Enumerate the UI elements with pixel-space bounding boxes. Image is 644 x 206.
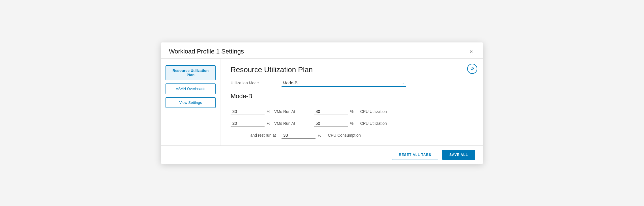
vms-percent-input-1[interactable]: [231, 108, 265, 115]
sidebar-item-vsan-overheads[interactable]: VSAN Overheads: [166, 83, 216, 94]
percent-label-1: %: [267, 109, 271, 114]
reset-all-tabs-button[interactable]: RESET ALL TABS: [392, 150, 439, 160]
section-divider: [231, 103, 473, 103]
reset-icon-button[interactable]: ↺: [467, 64, 477, 74]
modal-body: Resource Utilization Plan VSAN Overheads…: [161, 59, 483, 145]
util-mode-select-wrap: Mode-A Mode-B Mode-C ⌄: [282, 79, 406, 87]
cpu-util-label-2: CPU Utilization: [360, 121, 387, 126]
modal-header: Workload Profile 1 Settings ×: [161, 42, 483, 59]
cpu-util-input-1[interactable]: [314, 108, 348, 115]
modal-title: Workload Profile 1 Settings: [169, 48, 244, 55]
percent-label-5: %: [318, 133, 322, 138]
modal-container: Workload Profile 1 Settings × Resource U…: [161, 42, 483, 164]
percent-label-4: %: [350, 121, 354, 126]
util-mode-row: Utilization Mode Mode-A Mode-B Mode-C ⌄: [231, 79, 473, 87]
vms-percent-input-2[interactable]: [231, 120, 265, 127]
util-mode-label: Utilization Mode: [231, 81, 282, 85]
vms-run-at-label-1: VMs Run At: [274, 109, 305, 114]
section-title: Resource Utilization Plan: [231, 65, 473, 74]
rest-run-at-label: and rest run at: [231, 133, 276, 138]
util-mode-select[interactable]: Mode-A Mode-B Mode-C: [282, 79, 406, 87]
mode-subtitle: Mode-B: [231, 93, 473, 100]
fields-grid: % VMs Run At % CPU Utilization % VMs Run…: [231, 108, 473, 139]
save-all-button[interactable]: SAVE ALL: [442, 150, 475, 160]
percent-label-3: %: [267, 121, 271, 126]
table-row: % VMs Run At % CPU Utilization: [231, 108, 473, 115]
rest-percent-input[interactable]: [282, 132, 315, 139]
rest-row: and rest run at % CPU Consumption: [231, 132, 473, 139]
vms-run-at-label-2: VMs Run At: [274, 121, 305, 126]
cpu-util-input-2[interactable]: [314, 120, 348, 127]
cpu-util-label-1: CPU Utilization: [360, 109, 387, 114]
main-content: ↺ Resource Utilization Plan Utilization …: [220, 59, 483, 145]
cpu-consumption-label: CPU Consumption: [328, 133, 361, 138]
reset-icon: ↺: [470, 66, 474, 72]
percent-label-2: %: [350, 109, 354, 114]
sidebar-item-resource-utilization-plan[interactable]: Resource Utilization Plan: [166, 65, 216, 80]
table-row: % VMs Run At % CPU Utilization: [231, 120, 473, 127]
modal-footer: RESET ALL TABS SAVE ALL: [161, 145, 483, 164]
sidebar-item-view-settings[interactable]: View Settings: [166, 97, 216, 108]
sidebar: Resource Utilization Plan VSAN Overheads…: [161, 59, 220, 145]
close-button[interactable]: ×: [467, 48, 475, 55]
